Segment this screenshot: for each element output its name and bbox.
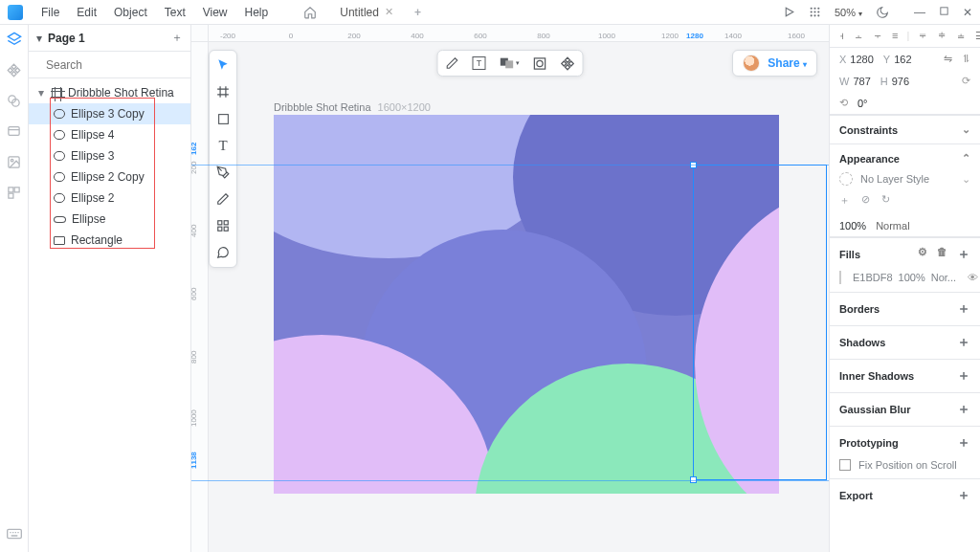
layer-search[interactable]: ⌃⌄ bbox=[29, 52, 190, 78]
menu-help[interactable]: Help bbox=[238, 3, 276, 22]
detach-style-icon[interactable]: ⊘ bbox=[861, 193, 870, 208]
checkbox[interactable] bbox=[839, 459, 851, 471]
layer-row[interactable]: Rectangle bbox=[29, 230, 190, 251]
w-value[interactable]: 787 bbox=[853, 76, 870, 87]
comment-tool-icon[interactable] bbox=[214, 244, 232, 261]
settings-icon[interactable]: ⚙ bbox=[918, 246, 927, 263]
section-constraints[interactable]: Constraints ⌄ bbox=[830, 115, 980, 144]
app-logo[interactable] bbox=[8, 5, 23, 20]
align-hcenter-icon[interactable]: ⫠ bbox=[854, 30, 864, 42]
window-maximize[interactable] bbox=[939, 6, 949, 19]
artboard-label[interactable]: Dribbble Shot Retina 1600×1200 bbox=[274, 101, 431, 113]
layer-style-row[interactable]: No Layer Style ⌄ bbox=[830, 172, 980, 193]
menu-object[interactable]: Object bbox=[107, 3, 154, 22]
styles-icon[interactable] bbox=[6, 92, 23, 109]
layer-row[interactable]: Ellipse 2 Copy bbox=[29, 166, 190, 188]
window-close[interactable]: ✕ bbox=[963, 6, 972, 19]
section-borders[interactable]: Borders＋ bbox=[830, 292, 980, 325]
mask-icon[interactable] bbox=[533, 56, 547, 71]
align-right-icon[interactable]: ⫟ bbox=[873, 30, 883, 42]
layer-row[interactable]: Ellipse 3 Copy bbox=[29, 103, 190, 124]
add-icon[interactable]: ＋ bbox=[957, 334, 970, 351]
more-shapes-icon[interactable] bbox=[214, 217, 232, 234]
fill-swatch[interactable] bbox=[839, 271, 841, 284]
x-value[interactable]: 1280 bbox=[850, 54, 873, 65]
assets-icon[interactable] bbox=[6, 122, 23, 140]
add-icon[interactable]: ＋ bbox=[957, 401, 970, 418]
play-icon[interactable] bbox=[783, 6, 795, 18]
layer-row[interactable]: Ellipse bbox=[29, 209, 190, 230]
text-tool-icon[interactable]: T bbox=[214, 137, 232, 154]
edit-icon[interactable] bbox=[446, 56, 459, 70]
section-appearance[interactable]: Appearance ⌃ bbox=[830, 144, 980, 172]
canvas-stage[interactable]: -200 0 200 400 600 800 1000 1200 1400 16… bbox=[191, 25, 829, 552]
add-icon[interactable]: ＋ bbox=[957, 300, 970, 318]
add-fill-icon[interactable]: ＋ bbox=[957, 246, 970, 263]
align-vcenter-icon[interactable]: ⫩ bbox=[937, 30, 947, 42]
home-icon[interactable] bbox=[300, 2, 321, 23]
flip-v-icon[interactable]: ⥮ bbox=[962, 53, 970, 65]
add-page-icon[interactable]: ＋ bbox=[171, 30, 183, 46]
fill-row[interactable]: E1BDF8 100% Nor... 👁 bbox=[830, 271, 980, 292]
dark-mode-icon[interactable] bbox=[876, 6, 889, 19]
delete-icon[interactable]: 🗑 bbox=[937, 246, 947, 263]
add-style-icon[interactable]: ＋ bbox=[839, 193, 850, 208]
menu-edit[interactable]: Edit bbox=[70, 3, 103, 22]
image-icon[interactable] bbox=[6, 153, 23, 170]
frame-row[interactable]: ▾ Dribbble Shot Retina bbox=[29, 82, 190, 103]
components-icon[interactable] bbox=[6, 61, 23, 78]
selection-box[interactable] bbox=[693, 165, 827, 480]
document-tab[interactable]: Untitled ✕ bbox=[330, 3, 403, 22]
lock-aspect-icon[interactable]: ⟳ bbox=[962, 75, 970, 87]
add-tab[interactable]: + bbox=[407, 6, 429, 19]
opacity-value[interactable]: 100% bbox=[839, 220, 866, 232]
fill-opacity[interactable]: 100% bbox=[899, 272, 925, 283]
frame-tool-icon[interactable] bbox=[214, 83, 232, 100]
menu-view[interactable]: View bbox=[196, 3, 234, 22]
boolean-icon[interactable]: ▾ bbox=[500, 56, 520, 70]
visibility-icon[interactable]: 👁 bbox=[968, 272, 978, 283]
fill-hex[interactable]: E1BDF8 bbox=[853, 272, 893, 283]
fill-mode[interactable]: Nor... bbox=[931, 272, 956, 283]
menu-file[interactable]: File bbox=[34, 3, 66, 22]
add-icon[interactable]: ＋ bbox=[957, 434, 970, 452]
close-icon[interactable]: ✕ bbox=[385, 6, 393, 18]
zoom-level[interactable]: 50% ▾ bbox=[835, 7, 862, 18]
section-blur[interactable]: Gaussian Blur＋ bbox=[830, 392, 980, 426]
shape-tool-icon[interactable] bbox=[214, 110, 232, 127]
share-button[interactable]: Share ▾ bbox=[768, 56, 807, 70]
h-value[interactable]: 976 bbox=[892, 76, 909, 87]
add-icon[interactable]: ＋ bbox=[957, 487, 970, 504]
fix-scroll-row[interactable]: Fix Position on Scroll bbox=[830, 459, 980, 478]
y-value[interactable]: 162 bbox=[894, 54, 911, 65]
layer-row[interactable]: Ellipse 4 bbox=[29, 124, 190, 145]
align-bottom-icon[interactable]: ⫨ bbox=[956, 30, 967, 42]
add-icon[interactable]: ＋ bbox=[957, 367, 970, 385]
layer-row[interactable]: Ellipse 3 bbox=[29, 145, 190, 166]
align-top-icon[interactable]: ⫧ bbox=[918, 30, 928, 42]
rotation-value[interactable]: 0° bbox=[858, 98, 868, 109]
blend-mode[interactable]: Normal bbox=[876, 220, 909, 232]
pen-tool-icon[interactable] bbox=[214, 164, 232, 181]
section-export[interactable]: Export＋ bbox=[830, 478, 980, 512]
distribute-v-icon[interactable]: ☰ bbox=[975, 30, 980, 42]
keyboard-icon[interactable] bbox=[6, 525, 23, 542]
typography-icon[interactable] bbox=[6, 184, 23, 201]
select-tool-icon[interactable] bbox=[214, 56, 232, 74]
layer-row[interactable]: Ellipse 2 bbox=[29, 188, 190, 209]
distribute-icon[interactable]: ≡ bbox=[892, 30, 898, 42]
flatten-icon[interactable] bbox=[561, 56, 575, 71]
layers-tab-icon[interactable] bbox=[6, 31, 23, 48]
align-left-icon[interactable]: ⫞ bbox=[839, 30, 845, 42]
search-input[interactable] bbox=[44, 57, 191, 73]
text-edit-icon[interactable]: T bbox=[473, 56, 486, 70]
pencil-tool-icon[interactable] bbox=[214, 190, 232, 208]
page-selector[interactable]: ▾ Page 1 ＋ bbox=[29, 25, 190, 52]
section-inner-shadows[interactable]: Inner Shadows＋ bbox=[830, 359, 980, 392]
window-minimize[interactable]: ― bbox=[914, 6, 925, 19]
menu-text[interactable]: Text bbox=[158, 3, 192, 22]
reset-style-icon[interactable]: ↻ bbox=[881, 193, 890, 208]
share-pill[interactable]: Share ▾ bbox=[732, 50, 817, 77]
section-fills[interactable]: Fills ⚙ 🗑 ＋ bbox=[830, 237, 980, 271]
section-prototyping[interactable]: Prototyping＋ bbox=[830, 426, 980, 459]
